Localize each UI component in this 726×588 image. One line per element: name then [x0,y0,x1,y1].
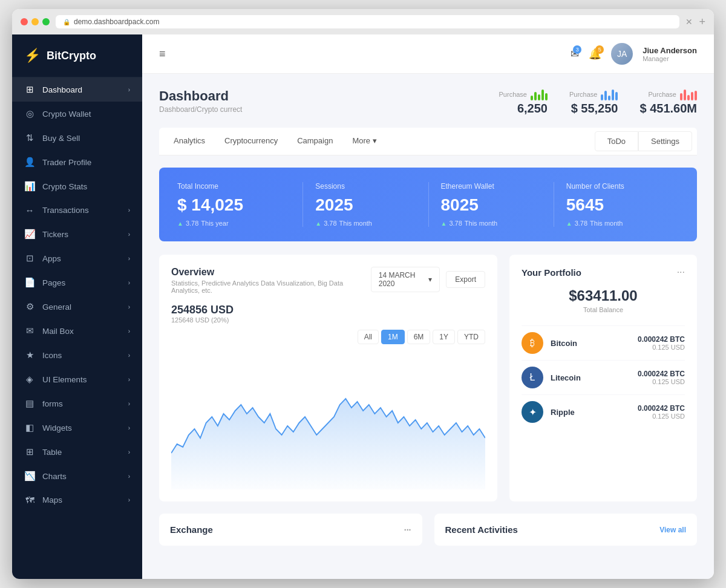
sidebar-item-label: Tickers [42,230,121,239]
profile-icon: 👤 [24,157,35,168]
sidebar-item-crypto-wallet[interactable]: ◎ Crypto Wallet [12,102,142,126]
avatar[interactable]: JA [611,43,633,65]
crypto-item-bitcoin: ₿ Bitcoin 0.000242 BTC 0.125 USD [522,325,685,360]
tab-cryptocurrency[interactable]: Cryptocurrency [215,128,287,155]
logo-text: BitCrypto [47,50,96,62]
sidebar-item-forms[interactable]: ▤ forms › [12,391,142,416]
page-content: Dashboard Dashboard/Crypto currect Purch… [142,74,714,579]
overview-title: Overview [171,267,371,278]
filter-all[interactable]: All [358,330,379,344]
portfolio-balance-label: Total Balance [522,306,685,313]
chevron-right-icon: › [128,425,130,431]
export-button[interactable]: Export [446,271,485,288]
tab-more[interactable]: More ▾ [342,128,387,155]
stat-label-sessions: Sessions [315,182,416,191]
sidebar-item-trader-profile[interactable]: 👤 Trader Profile [12,150,142,174]
purchase-stat-3: Purchase $ 451.60M [639,88,697,116]
ripple-btc: 0.000242 BTC [638,404,685,413]
chevron-right-icon: › [128,279,130,286]
stat-num-ethereum: 3.78 [449,220,462,227]
sidebar-item-dashboard[interactable]: ⊞ Dashboard › [12,77,142,102]
sidebar-item-label: Pages [42,278,121,287]
dropdown-arrow-icon: ▾ [428,275,432,284]
stat-total-income: Total Income $ 14,025 ▲ 3.78 This year [177,182,302,227]
ripple-icon: ✦ [522,401,543,423]
browser-window: 🔒 demo.dashboardpack.com ✕ + ⚡ BitCrypto… [12,9,714,579]
sidebar-item-general[interactable]: ⚙ General › [12,295,142,319]
portfolio-menu-icon[interactable]: ··· [677,267,685,278]
sidebar-item-widgets[interactable]: ◧ Widgets › [12,416,142,440]
sidebar-item-maps[interactable]: 🗺 Maps › [12,488,142,512]
dashboard-title-block: Dashboard Dashboard/Crypto currect [159,88,499,114]
view-all-link[interactable]: View all [659,526,686,534]
exchange-card: Exchange ··· [159,514,422,546]
portfolio-amount: $63411.00 [522,287,685,304]
sidebar-item-label: forms [42,399,121,408]
tab-analytics[interactable]: Analytics [164,128,215,155]
filter-6m[interactable]: 6M [407,330,431,344]
bell-button[interactable]: 🔔 5 [589,48,601,60]
chevron-right-icon: › [128,376,130,383]
sidebar-logo: ⚡ BitCrypto [12,34,142,77]
date-select[interactable]: 14 MARCH 2020 ▾ [371,267,440,292]
sidebar-item-label: Icons [42,351,121,360]
overview-controls: 14 MARCH 2020 ▾ Export [371,267,485,292]
sidebar-item-pages[interactable]: 📄 Pages › [12,270,142,295]
topbar: ≡ ✉ 3 🔔 5 JA Jiue Anderson Ma [142,34,714,74]
activities-card: Recent Activities View all [434,514,698,546]
sidebar-item-label: Apps [42,254,121,263]
sidebar-item-icons[interactable]: ★ Icons › [12,343,142,367]
sidebar-item-charts[interactable]: 📉 Charts › [12,464,142,488]
stat-footer-sessions: ▲ 3.78 This month [315,220,416,227]
forms-icon: ▤ [24,398,35,409]
ripple-name: Ripple [551,408,630,417]
sidebar-item-crypto-stats[interactable]: 📊 Crypto Stats [12,174,142,198]
mail-button[interactable]: ✉ 3 [571,48,579,60]
overview-header: Overview Statistics, Predictive Analytic… [171,267,485,294]
mail-badge: 3 [573,45,581,54]
app-container: ⚡ BitCrypto ⊞ Dashboard › ◎ Crypto Walle… [12,34,714,579]
sidebar-item-transactions[interactable]: ↔ Transactions › [12,198,142,222]
sidebar-item-mail-box[interactable]: ✉ Mail Box › [12,319,142,343]
sidebar-item-label: Widgets [42,423,121,433]
filter-ytd[interactable]: YTD [457,330,485,344]
ripple-usd: 0.125 USD [638,413,685,420]
todo-button[interactable]: ToDo [595,131,638,151]
url-text: demo.dashboardpack.com [74,18,159,26]
hamburger-icon[interactable]: ≡ [159,48,166,60]
tab-actions: ToDo Settings [595,131,692,151]
exchange-menu-icon[interactable]: ··· [404,525,411,535]
stat-value-income: $ 14,025 [177,195,290,215]
sidebar-item-tickers[interactable]: 📈 Tickers › [12,222,142,246]
chevron-right-icon: › [128,352,130,359]
logo-icon: ⚡ [24,48,41,64]
exchange-title: Exchange ··· [170,524,411,535]
tab-campaign[interactable]: Campaign [287,128,342,155]
filter-1m[interactable]: 1M [381,330,405,344]
sidebar-item-label: Crypto Stats [42,182,130,191]
chart-area [171,399,485,489]
stat-period-clients: This month [590,220,623,227]
bitcoin-icon: ₿ [522,332,543,354]
sidebar-item-apps[interactable]: ⊡ Apps › [12,246,142,270]
stat-period-sessions: This month [339,220,372,227]
address-bar[interactable]: 🔒 demo.dashboardpack.com [56,15,679,28]
stat-clients: Number of Clients 5645 ▲ 3.78 This month [554,182,679,227]
browser-close-icon[interactable]: ✕ [685,17,693,27]
sidebar-item-table[interactable]: ⊞ Table › [12,440,142,464]
browser-dot-close[interactable] [21,18,28,25]
breadcrumb: Dashboard/Crypto currect [159,105,499,114]
settings-button[interactable]: Settings [638,131,692,151]
filter-1y[interactable]: 1Y [433,330,455,344]
purchase-stat-2: Purchase $ 55,250 [569,88,618,116]
sidebar-item-buy-sell[interactable]: ⇅ Buy & Sell [12,126,142,150]
browser-dot-minimize[interactable] [31,18,39,25]
browser-dot-maximize[interactable] [42,18,50,25]
litecoin-icon: Ł [522,367,543,388]
sidebar-item-ui-elements[interactable]: ◈ UI Elements › [12,367,142,391]
main-content: ≡ ✉ 3 🔔 5 JA Jiue Anderson Ma [142,34,714,579]
litecoin-usd: 0.125 USD [638,378,685,385]
browser-new-tab-icon[interactable]: + [699,16,705,28]
chevron-right-icon: › [128,87,130,93]
line-chart [171,356,485,489]
